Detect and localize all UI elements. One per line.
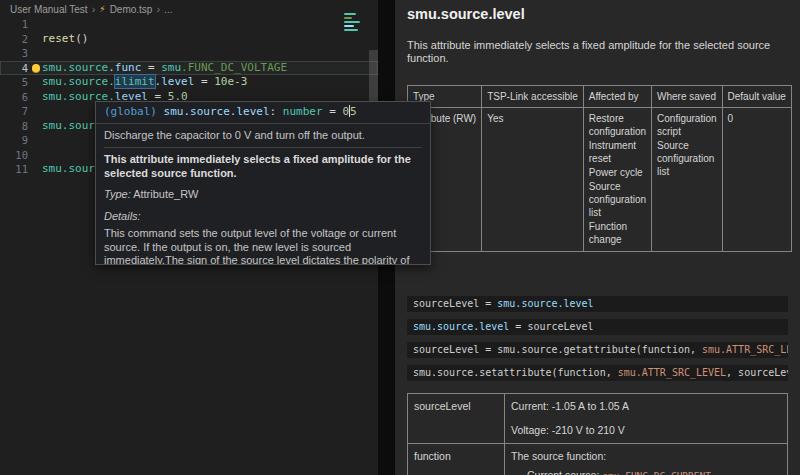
code-line-1[interactable]: 1 [0,17,378,32]
code-token: 5 [350,105,357,118]
line-number[interactable]: 9 [0,133,42,148]
code-token: .func [108,61,141,74]
usage-code-line: smu.source.setattribute(function, smu.AT… [407,365,788,381]
line-number[interactable]: 1 [0,17,42,32]
hover-type-label: Type: [104,188,131,200]
code-token: = [479,298,497,309]
code-token: = [141,61,161,74]
code-token: = [194,75,214,88]
param-name: function [408,444,505,475]
minimap[interactable] [344,13,366,33]
code-token: smu.source.level [164,105,270,118]
code-token: reset [42,32,75,45]
code-token: .FUNC_DC_VOLTAGE [181,61,287,74]
attribute-table: TypeTSP-Link accessibleAffected byWhere … [407,85,792,252]
param-line: The source function: [511,450,781,463]
code-text: smu.source.func = smu.FUNC_DC_VOLTAGE [42,61,287,76]
doc-summary: This attribute immediately selects a fix… [407,39,788,65]
code-line-2[interactable]: 2reset() [0,32,378,47]
line-number[interactable]: 8 [0,119,42,134]
hover-type-row: Type: Attribute_RW [104,188,422,202]
breadcrumb[interactable]: User Manual Test › ⚡ Demo.tsp › ... [0,0,378,18]
code-token: sourceLevel [413,344,479,355]
cell-affected-by: Restore configurationInstrument resetPow… [583,108,651,252]
code-token: smu.ATTR_SRC_LEVEL [618,367,726,378]
inline-code: smu.FUNC_DC_CURRENT [602,470,711,475]
cell-line: Source configuration list [589,180,646,219]
line-number[interactable]: 5 [0,75,42,90]
line-number[interactable]: 2 [0,32,42,47]
minimap-line [344,29,358,31]
code-token: .level [155,75,195,88]
hover-type-value: Attribute_RW [133,188,198,200]
param-desc: Current: -1.05 A to 1.05 AVoltage: -210 … [505,394,788,444]
line-number[interactable]: 10 [0,148,42,163]
hover-summary: This attribute immediately selects a fix… [104,153,422,180]
minimap-line [344,17,352,19]
hover-signature: (global) smu.source.level: number = 05 [96,102,430,124]
chevron-right-icon: › [156,3,160,15]
column-header: TSP-Link accessible [482,86,584,108]
code-token: 10e-3 [214,75,247,88]
parameter-table: sourceLevelCurrent: -1.05 A to 1.05 AVol… [407,393,788,475]
column-header: Where saved [652,86,722,108]
code-token: ilimit [115,75,155,88]
cell-where-saved: Configuration scriptSource configuration… [652,108,722,252]
column-header: Affected by [583,86,651,108]
usage-code-line: smu.source.level = sourceLevel [407,319,788,335]
code-token: smu.source. [42,75,115,88]
param-name: sourceLevel [408,394,505,444]
code-line-4[interactable]: 4smu.source.func = smu.FUNC_DC_VOLTAGE [0,61,378,76]
cell-default-value: 0 [722,108,791,252]
code-token: = [479,344,497,355]
code-token: , sourceLevel) [726,367,788,378]
line-number[interactable]: 7 [0,104,42,119]
cell-line: Power cycle [589,166,646,179]
breadcrumb-item-file[interactable]: Demo.tsp [110,4,153,15]
param-line: Voltage: -210 V to 210 V [511,424,781,437]
code-token: smu.source.setattribute(function, [413,367,618,378]
minimap-line [344,25,354,27]
code-line-5[interactable]: 5smu.source.ilimit.level = 10e-3 [0,75,378,90]
lightbulb-icon[interactable] [32,64,40,72]
minimap-line [344,21,360,23]
code-token: sourceLevel [527,321,593,332]
attribute-table-header-row: TypeTSP-Link accessibleAffected byWhere … [408,86,792,108]
code-token: (global) [104,105,164,118]
attribute-table-row: Attribute (RW) Yes Restore configuration… [408,108,792,252]
chevron-right-icon: › [92,3,96,15]
hover-discharge-text: Discharge the capacitor to 0 V and turn … [104,129,422,149]
tsp-file-icon: ⚡ [99,4,105,14]
line-number[interactable]: 6 [0,90,42,105]
cell-line: Restore configuration [589,112,646,138]
code-token: = [323,105,343,118]
column-header: Default value [722,86,791,108]
usage-code-line: sourceLevel = smu.source.getattribute(fu… [407,342,788,358]
code-token: smu.source [42,61,108,74]
documentation-panel[interactable]: smu.source.level This attribute immediat… [395,0,800,475]
cell-line: Configuration script [657,112,716,138]
breadcrumb-item-symbol[interactable]: ... [164,4,172,15]
code-text: smu.source.ilimit.level = 10e-3 [42,75,247,90]
code-token: number [283,105,323,118]
param-row: functionThe source function:Current sour… [408,444,788,475]
bullet-text: Current source: [527,469,602,475]
code-token: () [75,32,88,45]
hover-tooltip: (global) smu.source.level: number = 05 D… [95,101,431,265]
param-desc: The source function:Current source: smu.… [505,444,788,475]
code-token: = [509,321,527,332]
line-number[interactable]: 3 [0,46,42,61]
code-token: smu [161,61,181,74]
cell-line: Instrument reset [589,139,646,165]
bullet-item: Current source: smu.FUNC_DC_CURRENT [527,469,781,475]
minimap-line [344,13,356,15]
line-number[interactable]: 11 [0,162,42,177]
param-line: Current: -1.05 A to 1.05 A [511,400,781,413]
code-token: smu.ATTR_SRC_LEVEL [702,344,788,355]
code-token: : [270,105,283,118]
code-token: sourceLevel [413,298,479,309]
cell-tsp-link: Yes [482,108,584,252]
hover-details-text: This command sets the output level of th… [104,227,422,265]
breadcrumb-item-folder[interactable]: User Manual Test [10,4,88,15]
code-line-3[interactable]: 3 [0,46,378,61]
